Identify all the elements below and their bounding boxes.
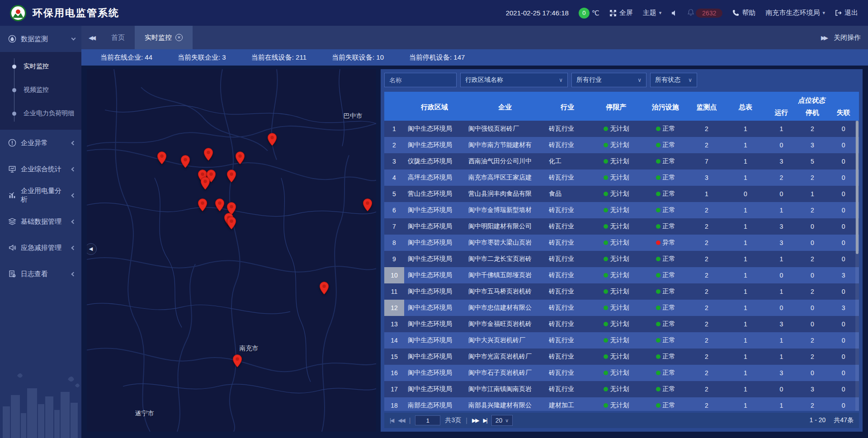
table-row[interactable]: 15阆中生态环境局阆中市光富页岩机砖厂砖瓦行业无计划正常21120 [384,349,859,365]
tab-实时监控[interactable]: 实时监控✕ [135,26,193,49]
sidebar-item-power-usage-analysis[interactable]: 企业用电量分析 [0,182,81,208]
industry-filter-select[interactable]: 所有行业 ∨ [571,73,646,87]
bullet-dot-icon [12,88,16,92]
table-row[interactable]: 4高坪生态环境局南充市高坪区王家店建砖瓦行业无计划正常31220 [384,170,859,186]
district-cell: 阆中生态环境局 [404,125,465,133]
sidebar-item-video-monitor[interactable]: 视频监控 [0,78,81,102]
table-row[interactable]: 5营山生态环境局营山县润丰肉食品有限食品无计划正常10010 [384,186,859,202]
table-row[interactable]: 17阆中生态环境局阆中市江南镇阆南页岩砖瓦行业无计划正常21030 [384,381,859,397]
map-panel[interactable]: 巴中市南充市遂宁市 ◀ [87,69,376,432]
facility-label: 正常 [663,287,675,296]
tab-close-icon[interactable]: ✕ [175,34,183,41]
table-row[interactable]: 1阆中生态环境局阆中强锐页岩砖厂砖瓦行业无计划正常21120 [384,121,859,137]
help-button[interactable]: 帮助 [732,9,755,17]
page-number-input[interactable] [415,415,440,425]
map-pin-icon[interactable] [319,282,329,295]
notifications[interactable]: 2632 [688,9,722,18]
enterprise-cell: 南部县兴隆建材有限公 [465,401,545,410]
stat-item: 当前停机设备: 147 [409,53,465,62]
stat-item: 当前失联设备: 10 [332,53,384,62]
meter-count-cell: 1 [725,272,766,279]
sidebar-item-realtime-monitor[interactable]: 实时监控 [0,55,81,78]
tabs-scroll-left-button[interactable]: ◀◀ [81,34,101,41]
stat-item: 当前失联企业: 3 [178,53,226,62]
tab-首页[interactable]: 首页 [101,26,135,49]
halt-count-cell: 0 [797,320,828,328]
first-page-button[interactable]: |◀ [390,417,393,424]
map-pin-icon[interactable] [200,176,210,190]
sidebar-item-log-view[interactable]: 日志查看 [0,261,81,287]
table-row[interactable]: 3仪陇生态环境局西南油气田分公司川中化工无计划正常71350 [384,153,859,170]
region-filter-select[interactable]: 行政区域名称 ∨ [460,73,568,87]
row-number-cell: 3 [384,153,404,170]
prev-page-button[interactable]: ◀◀ [398,417,404,424]
sidebar-item-data-monitor[interactable]: 数据监测 [0,26,81,52]
status-dot-green-icon [604,159,608,164]
map-pin-icon[interactable] [267,133,277,146]
industry-cell: 砖瓦行业 [545,320,590,328]
mute-button[interactable] [671,10,678,16]
table-row[interactable]: 2阆中生态环境局阆中市南方节能建材有砖瓦行业无计划正常21030 [384,137,859,153]
table-row[interactable]: 18南部生态环境局南部县兴隆建材有限公建材加工无计划正常21120 [384,397,859,411]
table-row[interactable]: 9阆中生态环境局阆中市二龙长宝页岩砖砖瓦行业无计划正常21120 [384,251,859,267]
close-operations-dropdown[interactable]: 关闭操作 [834,33,861,42]
map-pin-icon[interactable] [235,151,245,165]
meter-count-cell: 1 [725,304,766,311]
status-dot-green-icon [604,208,608,212]
status-dot-green-icon [604,257,608,261]
stop-limit-cell: 无计划 [590,401,643,410]
stop-limit-cell: 无计划 [590,385,643,393]
sidebar-item-enterprise-statistics[interactable]: 企业综合统计 [0,156,81,182]
stop-limit-label: 无计划 [610,385,629,393]
run-count-cell: 3 [766,320,797,328]
map-pin-icon[interactable] [232,354,242,367]
table-row[interactable]: 10阆中生态环境局阆中千佛镇五郎垭页岩砖瓦行业无计划正常21003 [384,267,859,283]
map-pin-icon[interactable] [203,147,213,161]
enterprise-cell: 阆中强锐页岩砖厂 [465,125,545,133]
facility-label: 正常 [663,271,675,279]
table-row[interactable]: 13阆中生态环境局阆中市金福旺页岩机砖砖瓦行业无计划正常21300 [384,316,859,332]
table-row[interactable]: 6阆中生态环境局阆中市金博瑞新型墙材砖瓦行业无计划正常21120 [384,202,859,218]
map-pin-icon[interactable] [363,198,373,212]
table-row[interactable]: 14阆中生态环境局阆中大兴页岩机砖厂砖瓦行业无计划正常21120 [384,332,859,349]
page-size-select[interactable]: 20 ∨ [491,415,513,426]
table-row[interactable]: 7阆中生态环境局阆中明阳建材有限公司砖瓦行业无计划正常21300 [384,218,859,235]
col-halt: 停机 [797,108,828,117]
sidebar-item-base-data-management[interactable]: 基础数据管理 [0,208,81,235]
map-pin-icon[interactable] [226,169,236,183]
theme-dropdown[interactable]: 主题 ▾ [643,9,662,17]
facility-label: 正常 [663,401,675,410]
status-dot-green-icon [656,127,660,131]
table-row[interactable]: 16阆中生态环境局阆中市石子页岩机砖厂砖瓦行业无计划正常21300 [384,365,859,381]
sidebar-item-power-load-detail[interactable]: 企业电力负荷明细 [0,102,81,125]
district-cell: 阆中生态环境局 [404,336,465,344]
logout-button[interactable]: 退出 [835,9,858,17]
table-row[interactable]: 8阆中生态环境局阆中市枣碧大梁山页岩砖瓦行业无计划异常21300 [384,235,859,251]
halt-count-cell: 0 [797,239,828,246]
industry-cell: 砖瓦行业 [545,222,590,231]
sidebar-item-emergency-reduction[interactable]: 应急减排管理 [0,235,81,261]
name-filter [384,73,457,87]
next-page-button[interactable]: ▶▶ [472,417,478,424]
org-dropdown[interactable]: 南充市生态环境局 ▾ [765,9,825,17]
layers-icon [8,217,16,226]
district-cell: 阆中生态环境局 [404,385,465,393]
table-row[interactable]: 11阆中生态环境局阆中市五马桥页岩机砖砖瓦行业无计划正常21120 [384,283,859,300]
status-dot-green-icon [656,338,660,343]
stop-limit-label: 无计划 [610,369,629,377]
map-pin-icon[interactable] [226,216,236,230]
sidebar-item-enterprise-anomaly[interactable]: 企业异常 [0,130,81,156]
fullscreen-button[interactable]: 全屏 [609,9,633,17]
table-scrollbar[interactable] [855,121,859,411]
status-filter-select[interactable]: 所有状态 ∨ [650,73,697,87]
map-pin-icon[interactable] [157,151,167,165]
last-page-button[interactable]: ▶| [483,417,486,424]
tabs-scroll-right-button[interactable]: ▶▶ [821,34,826,41]
map-pin-icon[interactable] [215,198,225,212]
map-pin-icon[interactable] [180,155,190,168]
name-filter-input[interactable] [389,76,452,84]
monitor-count-cell: 2 [688,255,725,263]
map-pin-icon[interactable] [198,198,208,212]
table-row[interactable]: 12阆中生态环境局阆中市忠信建材有限公砖瓦行业无计划正常21003 [384,300,859,316]
chevron-left-icon [71,219,76,224]
